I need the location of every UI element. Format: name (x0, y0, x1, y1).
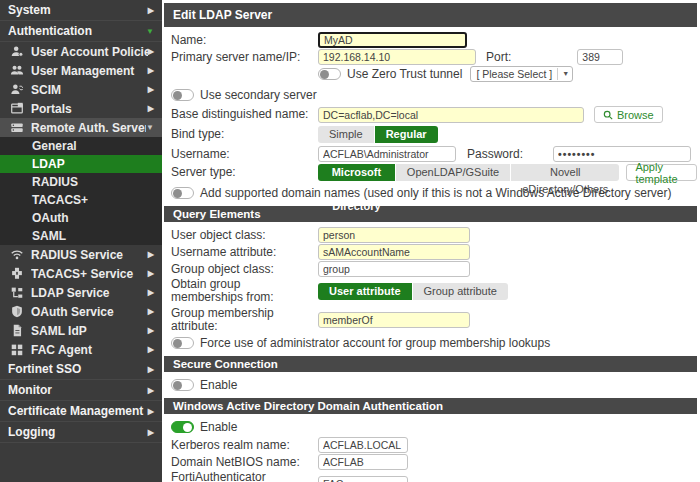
sidebar-item-ldap[interactable]: LDAP (0, 155, 162, 173)
query-elements-header: Query Elements (164, 206, 697, 222)
sidebar-item-oauth[interactable]: OAuth (0, 209, 162, 227)
user-sync-icon (10, 83, 25, 96)
sidebar-item-oauth-service[interactable]: OAuth Service▶ (0, 302, 162, 321)
force-admin-label: Force use of administrator account for g… (200, 336, 550, 350)
secure-enable-toggle[interactable] (171, 379, 194, 391)
user-object-class-label: User object class: (171, 229, 318, 242)
fac-netbios-label: FortiAuthenticator NetBIOS name: (171, 471, 318, 482)
chevron-right-icon: ▶ (148, 307, 154, 316)
port-label: Port: (486, 50, 511, 64)
windows-ad-header: Windows Active Directory Domain Authenti… (164, 398, 697, 414)
group-attribute-button[interactable]: Group attribute (413, 283, 508, 300)
username-attribute-label: Username attribute: (171, 246, 318, 259)
puzzle-icon (10, 267, 25, 280)
server-type-novell-button[interactable]: Novell eDirectory/Others (511, 164, 619, 181)
group-membership-attribute-label: Group membership attribute: (171, 307, 318, 333)
sidebar-item-scim[interactable]: SCIM▶ (0, 80, 162, 99)
sidebar-item-ldap-service[interactable]: LDAP Service▶ (0, 283, 162, 302)
chevron-right-icon: ▶ (148, 104, 154, 113)
group-object-class-input[interactable] (318, 261, 470, 277)
portal-icon (10, 102, 25, 115)
password-label: Password: (467, 147, 523, 161)
chevron-right-icon: ▶ (148, 288, 154, 297)
sidebar-item-system[interactable]: System▶ (0, 0, 162, 21)
remote-auth-servers-submenu: GeneralLDAPRADIUSTACACS+OAuthSAML (0, 137, 162, 245)
user-object-class-input[interactable] (318, 227, 470, 243)
bind-type-simple-button[interactable]: Simple (318, 126, 374, 143)
ldap-server-form: Name: Primary server name/IP: Port: Use … (164, 27, 697, 203)
chevron-right-icon: ▶ (148, 66, 154, 75)
chevron-right-icon: ▶ (148, 47, 154, 56)
base-dn-input[interactable] (318, 107, 584, 123)
sidebar-item-user-account-policies[interactable]: User Account Policies▶ (0, 42, 162, 61)
sidebar-item-fac-agent[interactable]: FAC Agent▶ (0, 340, 162, 359)
fac-netbios-input[interactable] (318, 476, 408, 482)
bind-type-label: Bind type: (171, 128, 318, 141)
sidebar-item-saml[interactable]: SAML (0, 227, 162, 245)
chevron-right-icon: ▶ (148, 85, 154, 94)
primary-server-input[interactable] (318, 49, 476, 65)
sidebar-item-portals[interactable]: Portals▶ (0, 99, 162, 118)
kerberos-realm-label: Kerberos realm name: (171, 439, 318, 452)
server-type-label: Server type: (171, 166, 318, 179)
sidebar-item-radius-service[interactable]: RADIUS Service▶ (0, 245, 162, 264)
secure-enable-label: Enable (200, 378, 237, 392)
page-title: Edit LDAP Server (164, 3, 697, 27)
domain-netbios-label: Domain NetBIOS name: (171, 456, 318, 469)
zero-trust-label: Use Zero Trust tunnel (347, 67, 462, 81)
chevron-right-icon: ▶ (148, 6, 154, 15)
bind-type-segmented: Simple Regular (318, 126, 438, 143)
chevron-right-icon: ▶ (148, 345, 154, 354)
server-type-openldap-button[interactable]: OpenLDAP/GSuite (396, 164, 510, 181)
zero-trust-select[interactable]: [ Please Select ] ▼ (470, 66, 573, 82)
secondary-server-toggle[interactable] (171, 89, 194, 101)
sidebar-item-fortinet-sso[interactable]: Fortinet SSO▶ (0, 359, 162, 380)
chevron-right-icon: ▶ (148, 428, 154, 437)
tree-icon (10, 286, 25, 299)
username-label: Username: (171, 148, 318, 161)
chevron-right-icon: ▶ (148, 269, 154, 278)
windows-ad-enable-label: Enable (200, 420, 237, 434)
grid-icon (10, 343, 25, 356)
add-domains-toggle[interactable] (171, 187, 194, 199)
server-type-msad-button[interactable]: Microsoft Active Directory (318, 164, 395, 181)
sidebar-item-tacacs-service[interactable]: TACACS+ Service▶ (0, 264, 162, 283)
windows-ad-enable-toggle[interactable] (171, 421, 194, 433)
sidebar-item-authentication[interactable]: Authentication▼ (0, 21, 162, 42)
port-input[interactable] (577, 49, 623, 65)
server-type-segmented: Microsoft Active Directory OpenLDAP/GSui… (318, 164, 619, 181)
sidebar-item-certificate-management[interactable]: Certificate Management▶ (0, 401, 162, 422)
zero-trust-toggle[interactable] (318, 68, 341, 80)
kerberos-realm-input[interactable] (318, 437, 408, 453)
obtain-memberships-segmented: User attribute Group attribute (318, 283, 508, 300)
sidebar-item-radius[interactable]: RADIUS (0, 173, 162, 191)
sidebar-item-user-management[interactable]: User Management▶ (0, 61, 162, 80)
name-input[interactable] (318, 32, 467, 48)
user-attribute-button[interactable]: User attribute (318, 283, 412, 300)
add-domains-label: Add supported domain names (used only if… (200, 186, 672, 200)
chevron-down-icon: ▼ (557, 68, 569, 80)
chevron-right-icon: ▶ (148, 407, 154, 416)
sidebar-nav: System▶Authentication▼User Account Polic… (0, 0, 162, 482)
main-panel: Edit LDAP Server Name: Primary server na… (162, 0, 700, 482)
group-membership-attribute-input[interactable] (318, 312, 470, 328)
force-admin-toggle[interactable] (171, 337, 194, 349)
wifi-icon (10, 248, 25, 261)
name-label: Name: (171, 34, 318, 47)
browse-button[interactable]: Browse (594, 106, 663, 123)
chevron-right-icon: ▶ (148, 250, 154, 259)
sidebar-item-remote-auth-servers[interactable]: Remote Auth. Servers▼ (0, 118, 162, 137)
sidebar-item-general[interactable]: General (0, 137, 162, 155)
sidebar-item-logging[interactable]: Logging▶ (0, 422, 162, 443)
sidebar-item-saml-idp[interactable]: SAML IdP▶ (0, 321, 162, 340)
domain-netbios-input[interactable] (318, 454, 408, 470)
sidebar-item-tacacs[interactable]: TACACS+ (0, 191, 162, 209)
group-object-class-label: Group object class: (171, 263, 318, 276)
apply-template-button[interactable]: Apply template (626, 164, 697, 181)
bind-type-regular-button[interactable]: Regular (375, 126, 438, 143)
username-input[interactable] (318, 146, 456, 162)
secure-connection-header: Secure Connection (164, 356, 697, 372)
sidebar-item-monitor[interactable]: Monitor▶ (0, 380, 162, 401)
chevron-right-icon: ▶ (148, 386, 154, 395)
username-attribute-input[interactable] (318, 244, 470, 260)
